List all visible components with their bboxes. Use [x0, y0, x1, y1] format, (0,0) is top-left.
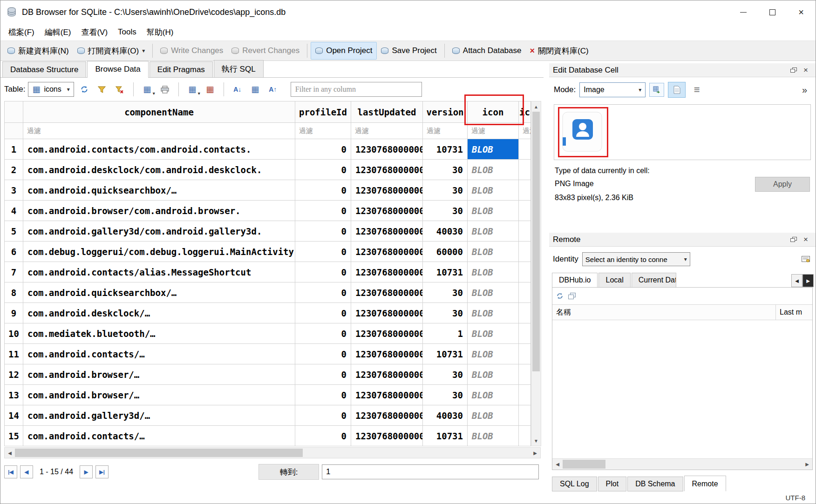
cell-lastUpdated[interactable]: 1230768000000 [351, 180, 423, 201]
cell-version[interactable]: 30 [423, 282, 468, 303]
import-data-button[interactable] [649, 83, 664, 97]
cell-profileId[interactable]: 0 [295, 426, 351, 446]
column-header-cut[interactable]: ic [519, 101, 531, 123]
mode-select[interactable]: Image ▾ [579, 82, 646, 97]
first-page-button[interactable]: |◀ [4, 465, 17, 478]
cell-componentName[interactable]: com.android.contacts/… [23, 344, 295, 364]
cell-componentName[interactable]: com.android.gallery3d/… [23, 405, 295, 426]
cell-version[interactable]: 1 [423, 323, 468, 344]
columns-button[interactable]: ▦ [248, 82, 263, 97]
remote-horizontal-scrollbar[interactable]: ◀ ▶ [552, 458, 812, 470]
scroll-right-icon[interactable]: ▶ [802, 459, 812, 470]
table-row[interactable]: 12com.android.browser/…0123076800000030B… [5, 364, 531, 385]
row-number[interactable]: 11 [5, 344, 23, 364]
vertical-scrollbar[interactable]: ▲ ▼ [531, 101, 541, 446]
cell-componentName[interactable]: com.android.contacts/alias.MessageShortc… [23, 262, 295, 282]
new-database-button[interactable]: 新建資料庫(N) [3, 42, 73, 60]
filter-button[interactable] [95, 82, 109, 97]
cell-icon[interactable]: BLOB [468, 139, 519, 160]
row-number[interactable]: 6 [5, 242, 23, 262]
cell-profileId[interactable]: 0 [295, 180, 351, 201]
cell-componentName[interactable]: com.android.contacts/com.android.contact… [23, 139, 295, 160]
cell-truncated[interactable] [519, 303, 531, 323]
cell-lastUpdated[interactable]: 1230768000000 [351, 405, 423, 426]
title-bar[interactable]: DB Browser for SQLite - C:\Users\awinh\O… [0, 0, 816, 24]
cell-lastUpdated[interactable]: 1230768000000 [351, 303, 423, 323]
cell-version[interactable]: 40030 [423, 405, 468, 426]
cell-componentName[interactable]: com.debug.loggerui/com.debug.loggerui.Ma… [23, 242, 295, 262]
cell-profileId[interactable]: 0 [295, 262, 351, 282]
encoding-label[interactable]: UTF-8 [786, 494, 806, 502]
filter-lastUpdated[interactable]: 過濾 [351, 123, 423, 139]
grid-corner-cell[interactable] [5, 101, 23, 123]
cell-truncated[interactable] [519, 385, 531, 405]
cell-lastUpdated[interactable]: 1230768000000 [351, 426, 423, 446]
horizontal-scrollbar-thumb[interactable] [15, 449, 303, 457]
new-record-button[interactable]: ▦ ▾ [185, 82, 200, 97]
cell-truncated[interactable] [519, 344, 531, 364]
menu-tools[interactable]: Tools [113, 25, 142, 39]
cell-icon[interactable]: BLOB [468, 180, 519, 201]
goto-record-input[interactable] [322, 464, 539, 479]
column-header-version[interactable]: version [423, 101, 468, 123]
float-panel-button[interactable] [788, 67, 800, 73]
tab-scroll-left-button[interactable]: ◀ [791, 274, 802, 287]
cell-componentName[interactable]: com.mediatek.bluetooth/… [23, 323, 295, 344]
tab-database-structure[interactable]: Database Structure [2, 61, 86, 77]
close-database-button[interactable]: × 關閉資料庫(C) [526, 42, 593, 60]
cell-version[interactable]: 10731 [423, 344, 468, 364]
tab-plot[interactable]: Plot [598, 477, 627, 491]
table-select[interactable]: ▦ icons ▾ [28, 82, 74, 97]
identity-select[interactable]: Select an identity to conne ▾ [582, 252, 690, 266]
close-panel-button[interactable]: × [800, 235, 812, 244]
more-tools-button[interactable]: » [802, 85, 811, 95]
text-view-toggle-button[interactable] [668, 82, 686, 98]
scroll-down-icon[interactable]: ▼ [531, 436, 541, 446]
cell-profileId[interactable]: 0 [295, 344, 351, 364]
minimize-button[interactable] [729, 0, 758, 24]
filter-cut[interactable]: 過濾 [519, 123, 531, 139]
sort-ascending-button[interactable]: A↓ [230, 82, 245, 97]
cell-icon[interactable]: BLOB [468, 426, 519, 446]
cell-icon[interactable]: BLOB [468, 242, 519, 262]
attach-database-button[interactable]: Attach Database [448, 42, 526, 59]
cell-version[interactable]: 30 [423, 385, 468, 405]
horizontal-scrollbar[interactable]: ◀ ▶ [4, 447, 541, 458]
tab-execute-sql[interactable]: 執行 SQL [214, 60, 264, 77]
cell-profileId[interactable]: 0 [295, 323, 351, 344]
cell-icon[interactable]: BLOB [468, 201, 519, 221]
cell-lastUpdated[interactable]: 1230768000000 [351, 242, 423, 262]
table-row[interactable]: 15com.android.contacts/…0123076800000010… [5, 426, 531, 446]
table-row[interactable]: 2com.android.deskclock/com.android.deskc… [5, 160, 531, 180]
cell-version[interactable]: 10731 [423, 426, 468, 446]
column-header-componentName[interactable]: componentName [23, 101, 295, 123]
table-row[interactable]: 3com.android.quicksearchbox/…01230768000… [5, 180, 531, 201]
cell-componentName[interactable]: com.android.quicksearchbox/… [23, 282, 295, 303]
cell-icon[interactable]: BLOB [468, 364, 519, 385]
tab-remote[interactable]: Remote [684, 476, 726, 491]
cell-lastUpdated[interactable]: 1230768000000 [351, 201, 423, 221]
cell-lastUpdated[interactable]: 1230768000000 [351, 344, 423, 364]
table-row[interactable]: 1com.android.contacts/com.android.contac… [5, 139, 531, 160]
table-row[interactable]: 9com.android.deskclock/…0123076800000030… [5, 303, 531, 323]
maximize-button[interactable] [758, 0, 787, 24]
cell-truncated[interactable] [519, 405, 531, 426]
row-number[interactable]: 8 [5, 282, 23, 303]
table-row[interactable]: 10com.mediatek.bluetooth/…01230768000000… [5, 323, 531, 344]
scroll-up-icon[interactable]: ▲ [531, 101, 541, 112]
row-number[interactable]: 14 [5, 405, 23, 426]
save-results-button[interactable]: ▦ ▾ [140, 82, 155, 97]
cell-componentName[interactable]: com.android.browser/… [23, 364, 295, 385]
scroll-left-icon[interactable]: ◀ [5, 448, 15, 458]
print-button[interactable] [157, 82, 172, 97]
sort-descending-button[interactable]: A↑ [265, 82, 280, 97]
menu-edit[interactable]: 編輯(E) [40, 25, 76, 40]
remote-clone-button[interactable] [568, 293, 576, 300]
last-page-button[interactable]: ▶| [95, 465, 109, 478]
cell-truncated[interactable] [519, 180, 531, 201]
cell-version[interactable]: 10731 [423, 262, 468, 282]
table-row[interactable]: 5com.android.gallery3d/com.android.galle… [5, 221, 531, 242]
filter-icon[interactable]: 過濾 [468, 123, 519, 139]
cell-truncated[interactable] [519, 201, 531, 221]
cell-version[interactable]: 30 [423, 180, 468, 201]
